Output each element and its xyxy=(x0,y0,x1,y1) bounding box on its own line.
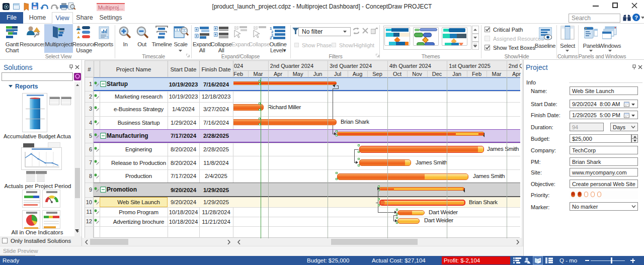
svg-text:2: 2 xyxy=(270,36,272,39)
